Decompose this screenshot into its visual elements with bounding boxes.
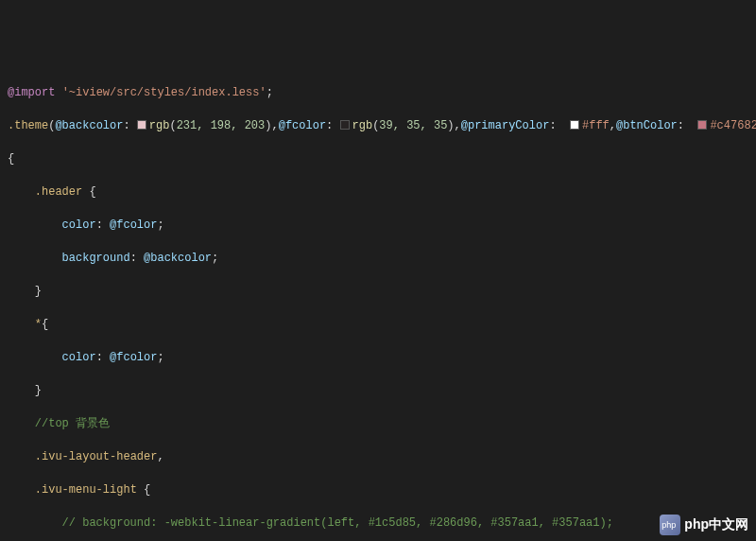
code-line: color: @fcolor; — [8, 218, 748, 235]
watermark: php中文网 — [660, 515, 748, 535]
color-swatch-icon — [137, 120, 146, 130]
color-swatch-icon — [570, 120, 579, 130]
code-line: { — [8, 151, 748, 168]
watermark-text: php中文网 — [684, 516, 748, 533]
code-line: background: @backcolor; — [8, 251, 748, 268]
code-line: .theme(@backcolor: rgb(231, 198, 203),@f… — [8, 118, 748, 135]
code-line: .ivu-layout-header, — [8, 449, 748, 466]
code-line: //top 背景色 — [8, 416, 748, 433]
php-logo-icon — [660, 515, 680, 535]
code-line: } — [8, 383, 748, 400]
code-line: .ivu-menu-light { — [8, 482, 748, 499]
code-line: } — [8, 284, 748, 301]
color-swatch-icon — [340, 120, 350, 130]
code-line: color: @fcolor; — [8, 350, 748, 367]
color-swatch-icon — [697, 120, 707, 130]
code-line: *{ — [8, 317, 748, 334]
code-line: // background: -webkit-linear-gradient(l… — [8, 515, 748, 532]
code-line: @import '~iview/src/styles/index.less'; — [8, 85, 748, 102]
code-line: .header { — [8, 184, 748, 201]
code-editor[interactable]: @import '~iview/src/styles/index.less'; … — [8, 68, 748, 541]
